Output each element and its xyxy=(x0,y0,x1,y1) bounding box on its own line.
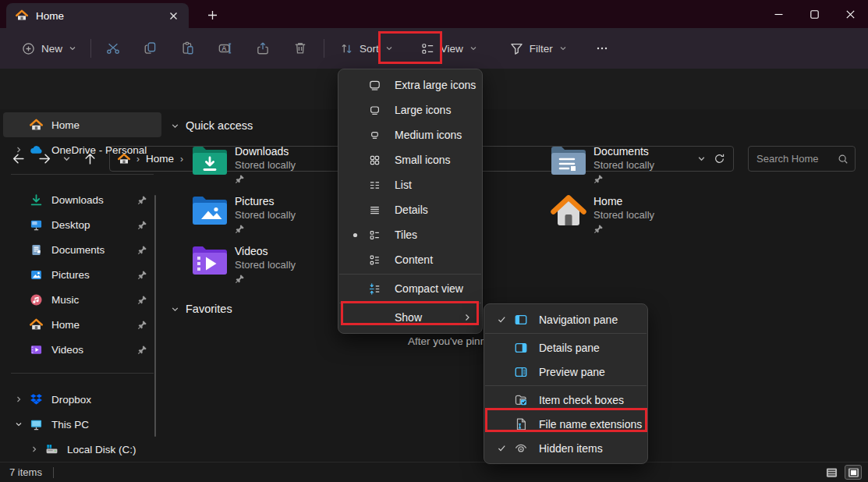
submenu-item-details-pane[interactable]: Details pane xyxy=(484,335,647,360)
sidebar-item-documents[interactable]: Documents xyxy=(3,237,161,262)
tile-home[interactable]: Home Stored locally xyxy=(550,193,729,236)
menu-item-extra-large-icons[interactable]: Extra large icons xyxy=(338,73,482,97)
sidebar-item-local-disk-c[interactable]: Local Disk (C:) xyxy=(3,437,161,462)
cut-button[interactable] xyxy=(94,34,132,62)
view-menu: Extra large icons Large icons Medium ico… xyxy=(338,69,483,334)
quick-access-label: Quick access xyxy=(186,119,253,132)
onedrive-icon xyxy=(28,143,44,157)
file-explorer-window: Home New xyxy=(0,0,868,482)
titlebar: Home xyxy=(0,0,868,28)
tile-title: Documents xyxy=(593,145,654,158)
minimize-button[interactable] xyxy=(760,0,796,28)
menu-item-tiles[interactable]: Tiles xyxy=(338,222,482,247)
tile-subtitle: Stored locally xyxy=(235,209,296,221)
quick-access-header[interactable]: Quick access xyxy=(171,119,253,132)
home-icon xyxy=(28,119,44,132)
menu-item-details[interactable]: Details xyxy=(338,197,482,222)
sidebar-item-dropbox[interactable]: Dropbox xyxy=(3,387,161,412)
menu-item-content[interactable]: Content xyxy=(338,247,482,272)
pin-icon xyxy=(235,174,296,186)
close-button[interactable] xyxy=(832,0,868,28)
view-icon xyxy=(421,42,434,55)
menu-item-label: Large icons xyxy=(395,104,451,116)
paste-icon xyxy=(181,41,195,55)
chevron-right-icon[interactable] xyxy=(9,146,28,154)
pin-icon xyxy=(137,320,147,330)
rename-button[interactable]: A xyxy=(207,34,244,62)
sidebar-item-desktop[interactable]: Desktop xyxy=(3,212,161,237)
tab-close-icon[interactable] xyxy=(164,6,182,25)
chevron-right-icon[interactable] xyxy=(25,445,44,453)
new-button[interactable]: New xyxy=(14,34,84,62)
sidebar-item-music[interactable]: Music xyxy=(3,287,161,312)
navigation-pane: Home OneDrive - Personal Downloads xyxy=(0,109,165,462)
new-tab-button[interactable] xyxy=(201,5,223,25)
menu-item-label: List xyxy=(395,179,412,191)
delete-button[interactable] xyxy=(282,34,319,62)
chevron-down-icon[interactable] xyxy=(171,305,179,314)
sidebar-scrollbar[interactable] xyxy=(154,195,156,437)
filter-label: Filter xyxy=(530,43,553,55)
sidebar-item-label: Documents xyxy=(51,244,105,256)
menu-item-label: Compact view xyxy=(395,282,463,295)
svg-text:A: A xyxy=(222,44,227,52)
chevron-down-icon[interactable] xyxy=(171,122,179,130)
sidebar-item-home-folder[interactable]: Home xyxy=(3,312,161,337)
favorites-empty-hint: After you've pinne xyxy=(408,335,492,347)
submenu-item-navigation-pane[interactable]: Navigation pane xyxy=(484,307,647,331)
menu-item-show[interactable]: Show xyxy=(338,305,482,330)
chevron-down-icon xyxy=(559,44,567,52)
trash-icon xyxy=(293,41,307,55)
tile-documents[interactable]: Documents Stored locally xyxy=(550,144,729,186)
large-icons-view-toggle[interactable] xyxy=(845,465,862,480)
share-button[interactable] xyxy=(244,34,282,62)
menu-item-large-icons[interactable]: Large icons xyxy=(338,97,482,122)
tab-home[interactable]: Home xyxy=(6,3,189,28)
window-controls xyxy=(760,0,868,28)
sidebar-item-this-pc[interactable]: This PC xyxy=(3,412,161,437)
sidebar-item-pictures[interactable]: Pictures xyxy=(3,262,161,287)
chevron-right-icon[interactable] xyxy=(9,395,28,403)
menu-item-small-icons[interactable]: Small icons xyxy=(338,147,482,172)
maximize-button[interactable] xyxy=(796,0,832,28)
sidebar-item-onedrive[interactable]: OneDrive - Personal xyxy=(3,137,161,162)
menu-item-list[interactable]: List xyxy=(338,172,482,197)
copy-button[interactable] xyxy=(132,34,169,62)
pin-icon xyxy=(137,220,147,230)
sort-icon xyxy=(340,42,353,55)
paste-button[interactable] xyxy=(169,34,207,62)
more-options-button[interactable] xyxy=(589,34,615,62)
details-pane-icon xyxy=(511,341,531,355)
submenu-item-file-name-extensions[interactable]: File name extensions xyxy=(484,412,647,436)
chevron-down-icon[interactable] xyxy=(9,420,28,428)
sidebar-item-home[interactable]: Home xyxy=(3,112,161,137)
view-button[interactable]: View xyxy=(412,34,487,62)
medium-icons-icon xyxy=(363,129,385,142)
sort-button[interactable]: Sort xyxy=(332,34,401,62)
preview-pane-icon xyxy=(511,365,531,379)
sidebar-item-label: Videos xyxy=(51,344,83,356)
tile-subtitle: Stored locally xyxy=(235,259,296,271)
menu-item-medium-icons[interactable]: Medium icons xyxy=(338,122,482,147)
sidebar-item-downloads[interactable]: Downloads xyxy=(3,187,161,212)
menu-item-compact-view[interactable]: Compact view xyxy=(338,276,482,301)
menu-separator xyxy=(485,333,647,334)
menu-separator xyxy=(339,274,481,275)
favorites-label: Favorites xyxy=(186,303,232,315)
submenu-item-item-check-boxes[interactable]: Item check boxes xyxy=(484,388,647,412)
file-name-extensions-icon xyxy=(511,417,531,431)
command-toolbar: New A xyxy=(0,28,868,69)
sidebar-item-label: Music xyxy=(51,294,79,306)
submenu-item-hidden-items[interactable]: Hidden items xyxy=(484,436,647,460)
pin-icon xyxy=(137,195,147,205)
items-count: 7 items xyxy=(9,466,42,478)
favorites-header[interactable]: Favorites xyxy=(171,303,232,315)
menu-item-label: Content xyxy=(395,253,433,266)
details-view-toggle[interactable] xyxy=(823,465,840,480)
tile-subtitle: Stored locally xyxy=(593,159,654,171)
submenu-item-preview-pane[interactable]: Preview pane xyxy=(484,360,647,384)
filter-button[interactable]: Filter xyxy=(501,34,576,62)
details-icon xyxy=(363,204,385,217)
tile-subtitle: Stored locally xyxy=(235,159,296,171)
sidebar-item-videos[interactable]: Videos xyxy=(3,337,161,362)
